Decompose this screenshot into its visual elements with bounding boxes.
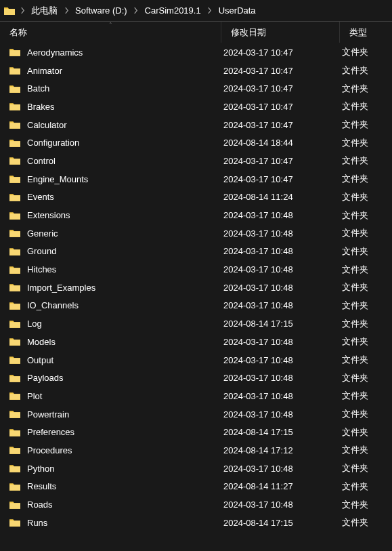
file-row[interactable]: Animator2024-03-17 10:47文件夹 bbox=[0, 62, 392, 80]
folder-icon bbox=[9, 120, 20, 129]
file-type: 文件夹 bbox=[342, 173, 368, 185]
file-type: 文件夹 bbox=[342, 46, 368, 58]
file-row[interactable]: Generic2024-03-17 10:48文件夹 bbox=[0, 224, 392, 243]
file-row[interactable]: Events2024-08-14 11:24文件夹 bbox=[0, 188, 392, 207]
folder-icon bbox=[9, 482, 20, 491]
file-row[interactable]: Output2024-03-17 10:48文件夹 bbox=[0, 351, 392, 369]
file-name: Python bbox=[27, 464, 223, 474]
file-row[interactable]: Batch2024-03-17 10:47文件夹 bbox=[0, 79, 392, 98]
file-date: 2024-03-17 10:48 bbox=[223, 355, 342, 365]
file-name: Calculator bbox=[27, 120, 223, 130]
file-row[interactable]: Models2024-03-17 10:48文件夹 bbox=[0, 333, 392, 351]
file-row[interactable]: Payloads2024-03-17 10:48文件夹 bbox=[0, 369, 392, 387]
file-type: 文件夹 bbox=[342, 426, 368, 438]
file-name: Engine_Mounts bbox=[27, 174, 223, 184]
folder-icon bbox=[9, 138, 20, 148]
file-name: Control bbox=[27, 156, 223, 166]
file-type: 文件夹 bbox=[342, 281, 368, 293]
file-date: 2024-03-17 10:48 bbox=[223, 499, 342, 510]
breadcrumb-item-current[interactable]: UserData bbox=[216, 5, 259, 16]
folder-icon bbox=[9, 66, 20, 75]
file-date: 2024-03-17 10:47 bbox=[223, 83, 342, 94]
file-row[interactable]: Import_Examples2024-03-17 10:48文件夹 bbox=[0, 279, 392, 297]
file-row[interactable]: Hitches2024-03-17 10:48文件夹 bbox=[0, 260, 392, 279]
file-date: 2024-03-17 10:47 bbox=[223, 47, 342, 58]
file-date: 2024-08-14 17:15 bbox=[223, 427, 342, 437]
file-name: Runs bbox=[27, 518, 223, 528]
chevron-right-icon[interactable] bbox=[18, 6, 27, 16]
file-name: Batch bbox=[27, 83, 223, 94]
file-name: Configuration bbox=[27, 138, 223, 148]
column-header-date-label: 修改日期 bbox=[231, 26, 266, 39]
folder-icon bbox=[9, 464, 20, 473]
folder-icon bbox=[9, 102, 20, 111]
file-type: 文件夹 bbox=[342, 227, 368, 239]
column-header-name-label: 名称 bbox=[9, 26, 27, 39]
folder-icon bbox=[9, 428, 20, 437]
file-row[interactable]: Runs2024-08-14 17:15文件夹 bbox=[0, 514, 392, 532]
file-type: 文件夹 bbox=[342, 481, 368, 493]
file-row[interactable]: Log2024-08-14 17:15文件夹 bbox=[0, 314, 392, 333]
file-row[interactable]: Extensions2024-03-17 10:48文件夹 bbox=[0, 206, 392, 224]
file-type: 文件夹 bbox=[342, 408, 368, 420]
file-date: 2024-03-17 10:48 bbox=[223, 391, 342, 401]
breadcrumb-item-drive[interactable]: Software (D:) bbox=[72, 5, 130, 16]
file-type: 文件夹 bbox=[342, 462, 368, 474]
file-date: 2024-03-17 10:48 bbox=[223, 210, 342, 220]
breadcrumb-item-folder[interactable]: CarSim2019.1 bbox=[142, 5, 204, 16]
file-row[interactable]: Control2024-03-17 10:47文件夹 bbox=[0, 152, 392, 170]
file-row[interactable]: IO_Channels2024-03-17 10:48文件夹 bbox=[0, 297, 392, 315]
file-row[interactable]: Engine_Mounts2024-03-17 10:47文件夹 bbox=[0, 170, 392, 188]
file-list: Aerodynamics2024-03-17 10:47文件夹Animator2… bbox=[0, 43, 392, 532]
folder-icon bbox=[9, 265, 20, 274]
file-type: 文件夹 bbox=[342, 300, 368, 312]
folder-icon bbox=[9, 228, 20, 238]
column-header-date[interactable]: 修改日期 bbox=[221, 22, 340, 43]
chevron-right-icon[interactable] bbox=[205, 6, 215, 16]
file-name: Preferences bbox=[27, 427, 223, 437]
file-date: 2024-03-17 10:48 bbox=[223, 246, 342, 256]
file-row[interactable]: Brakes2024-03-17 10:47文件夹 bbox=[0, 98, 392, 116]
breadcrumb-item-this-pc[interactable]: 此电脑 bbox=[28, 5, 60, 17]
file-row[interactable]: Powertrain2024-03-17 10:48文件夹 bbox=[0, 405, 392, 424]
breadcrumb: 此电脑 Software (D:) CarSim2019.1 UserData bbox=[0, 0, 392, 22]
folder-icon bbox=[9, 47, 20, 57]
file-date: 2024-03-17 10:48 bbox=[223, 337, 342, 347]
chevron-right-icon[interactable] bbox=[131, 6, 141, 16]
file-row[interactable]: Ground2024-03-17 10:48文件夹 bbox=[0, 243, 392, 261]
file-date: 2024-03-17 10:48 bbox=[223, 228, 342, 239]
file-row[interactable]: Plot2024-03-17 10:48文件夹 bbox=[0, 387, 392, 405]
file-date: 2024-03-17 10:48 bbox=[223, 464, 342, 474]
column-header-type-label: 类型 bbox=[349, 26, 367, 39]
file-row[interactable]: Configuration2024-08-14 18:44文件夹 bbox=[0, 134, 392, 152]
file-type: 文件夹 bbox=[342, 499, 368, 511]
file-name: Procedures bbox=[27, 445, 223, 455]
file-type: 文件夹 bbox=[342, 83, 368, 95]
file-row[interactable]: Roads2024-03-17 10:48文件夹 bbox=[0, 495, 392, 514]
file-date: 2024-03-17 10:48 bbox=[223, 283, 342, 293]
file-type: 文件夹 bbox=[342, 516, 368, 529]
file-date: 2024-03-17 10:48 bbox=[223, 264, 342, 274]
folder-icon bbox=[9, 355, 20, 365]
folder-icon bbox=[9, 247, 20, 256]
file-date: 2024-08-14 18:44 bbox=[223, 138, 342, 148]
file-row[interactable]: Calculator2024-03-17 10:47文件夹 bbox=[0, 116, 392, 134]
column-header-type[interactable]: 类型 bbox=[340, 22, 392, 43]
folder-icon bbox=[9, 192, 20, 202]
folder-icon bbox=[9, 500, 20, 510]
file-row[interactable]: Python2024-03-17 10:48文件夹 bbox=[0, 460, 392, 478]
file-row[interactable]: Results2024-08-14 11:27文件夹 bbox=[0, 478, 392, 496]
file-type: 文件夹 bbox=[342, 64, 368, 77]
file-row[interactable]: Preferences2024-08-14 17:15文件夹 bbox=[0, 423, 392, 441]
file-row[interactable]: Procedures2024-08-14 17:12文件夹 bbox=[0, 441, 392, 460]
file-name: Extensions bbox=[27, 210, 223, 220]
column-header-name[interactable]: ˄ 名称 bbox=[0, 22, 221, 43]
file-name: Results bbox=[27, 481, 223, 491]
file-name: Import_Examples bbox=[27, 283, 223, 293]
file-name: Log bbox=[27, 319, 223, 329]
chevron-right-icon[interactable] bbox=[62, 6, 71, 16]
file-date: 2024-08-14 17:15 bbox=[223, 518, 342, 528]
folder-icon bbox=[9, 84, 20, 94]
file-row[interactable]: Aerodynamics2024-03-17 10:47文件夹 bbox=[0, 43, 392, 62]
column-header-row: ˄ 名称 修改日期 类型 bbox=[0, 22, 392, 43]
